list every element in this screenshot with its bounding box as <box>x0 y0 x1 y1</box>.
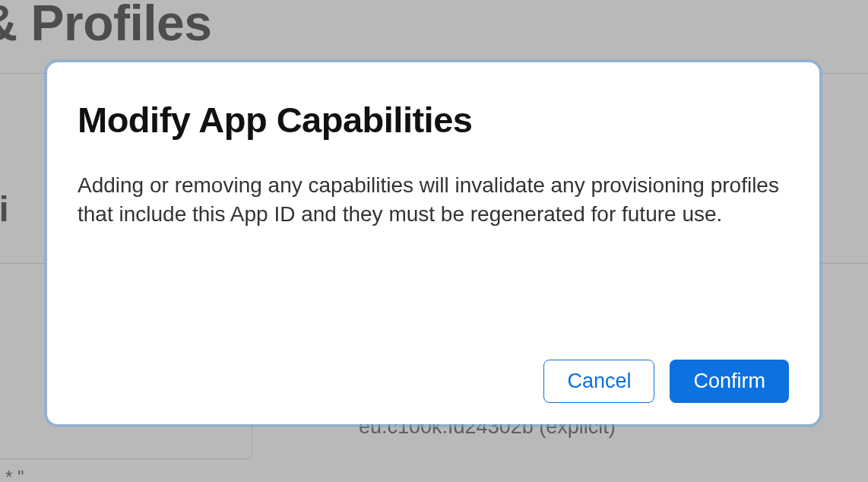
modal-title: Modify App Capabilities <box>78 99 789 141</box>
modal-body-text: Adding or removing any capabilities will… <box>78 171 789 360</box>
confirm-button[interactable]: Confirm <box>670 360 789 403</box>
modal-actions: Cancel Confirm <box>78 360 789 403</box>
modify-capabilities-modal: Modify App Capabilities Adding or removi… <box>47 62 819 424</box>
cancel-button[interactable]: Cancel <box>543 360 654 403</box>
